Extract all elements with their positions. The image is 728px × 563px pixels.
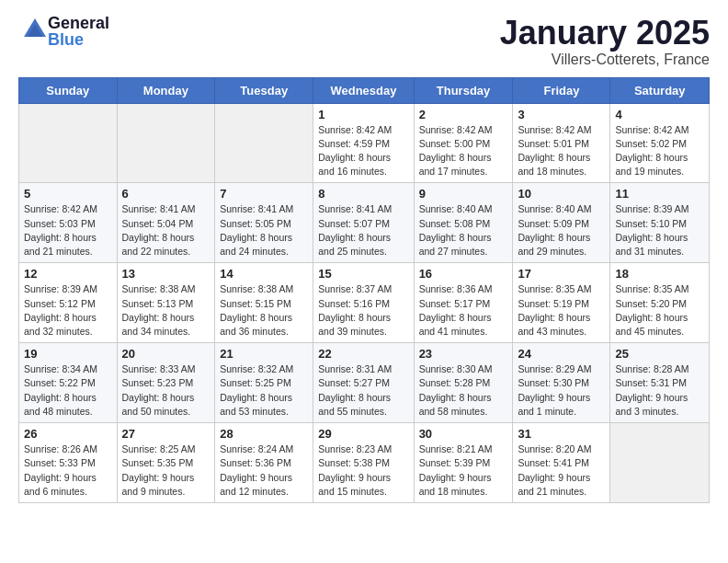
day-number: 28 xyxy=(220,427,308,441)
logo-icon xyxy=(22,17,48,42)
day-number: 19 xyxy=(24,347,112,361)
day-number: 26 xyxy=(24,427,112,441)
calendar-cell: 13Sunrise: 8:38 AMSunset: 5:13 PMDayligh… xyxy=(117,263,215,343)
calendar-week-row-3: 12Sunrise: 8:39 AMSunset: 5:12 PMDayligh… xyxy=(19,263,710,343)
calendar-cell: 15Sunrise: 8:37 AMSunset: 5:16 PMDayligh… xyxy=(313,263,414,343)
day-info: Sunrise: 8:41 AMSunset: 5:04 PMDaylight:… xyxy=(122,202,210,259)
day-info: Sunrise: 8:42 AMSunset: 4:59 PMDaylight:… xyxy=(318,123,408,179)
day-number: 1 xyxy=(318,108,408,121)
col-monday: Monday xyxy=(117,77,215,103)
day-info: Sunrise: 8:40 AMSunset: 5:09 PMDaylight:… xyxy=(518,202,605,259)
day-number: 25 xyxy=(615,347,704,361)
day-info: Sunrise: 8:29 AMSunset: 5:30 PMDaylight:… xyxy=(518,362,605,419)
col-wednesday: Wednesday xyxy=(313,77,414,103)
day-number: 22 xyxy=(318,347,408,361)
calendar-cell: 4Sunrise: 8:42 AMSunset: 5:02 PMDaylight… xyxy=(610,103,710,183)
day-info: Sunrise: 8:31 AMSunset: 5:27 PMDaylight:… xyxy=(318,362,408,419)
day-number: 4 xyxy=(615,108,704,121)
day-info: Sunrise: 8:42 AMSunset: 5:01 PMDaylight:… xyxy=(518,123,605,179)
day-number: 31 xyxy=(518,427,605,441)
calendar-cell: 14Sunrise: 8:38 AMSunset: 5:15 PMDayligh… xyxy=(215,263,313,343)
day-info: Sunrise: 8:38 AMSunset: 5:13 PMDaylight:… xyxy=(122,282,210,339)
day-info: Sunrise: 8:32 AMSunset: 5:25 PMDaylight:… xyxy=(220,362,308,419)
logo: General Blue xyxy=(18,15,109,48)
day-info: Sunrise: 8:26 AMSunset: 5:33 PMDaylight:… xyxy=(24,442,112,499)
calendar-cell xyxy=(610,423,710,503)
day-number: 7 xyxy=(220,187,308,201)
day-number: 14 xyxy=(220,267,308,281)
day-number: 30 xyxy=(419,427,508,441)
day-number: 6 xyxy=(122,187,210,201)
calendar-cell: 20Sunrise: 8:33 AMSunset: 5:23 PMDayligh… xyxy=(117,343,215,423)
calendar-cell: 6Sunrise: 8:41 AMSunset: 5:04 PMDaylight… xyxy=(117,183,215,263)
day-info: Sunrise: 8:35 AMSunset: 5:20 PMDaylight:… xyxy=(615,282,704,339)
col-friday: Friday xyxy=(513,77,610,103)
day-info: Sunrise: 8:38 AMSunset: 5:15 PMDaylight:… xyxy=(220,282,308,339)
calendar-header-row: Sunday Monday Tuesday Wednesday Thursday… xyxy=(19,77,710,103)
day-info: Sunrise: 8:41 AMSunset: 5:05 PMDaylight:… xyxy=(220,202,308,259)
day-info: Sunrise: 8:35 AMSunset: 5:19 PMDaylight:… xyxy=(518,282,605,339)
day-info: Sunrise: 8:42 AMSunset: 5:00 PMDaylight:… xyxy=(419,123,508,179)
calendar-cell: 8Sunrise: 8:41 AMSunset: 5:07 PMDaylight… xyxy=(313,183,414,263)
logo-general-text: General xyxy=(48,15,109,31)
calendar-week-row-1: 1Sunrise: 8:42 AMSunset: 4:59 PMDaylight… xyxy=(19,103,710,183)
calendar-cell: 21Sunrise: 8:32 AMSunset: 5:25 PMDayligh… xyxy=(215,343,313,423)
day-number: 29 xyxy=(318,427,408,441)
calendar-cell: 24Sunrise: 8:29 AMSunset: 5:30 PMDayligh… xyxy=(513,343,610,423)
day-info: Sunrise: 8:34 AMSunset: 5:22 PMDaylight:… xyxy=(24,362,112,419)
day-number: 16 xyxy=(419,267,508,281)
day-info: Sunrise: 8:36 AMSunset: 5:17 PMDaylight:… xyxy=(419,282,508,339)
day-number: 23 xyxy=(419,347,508,361)
day-info: Sunrise: 8:39 AMSunset: 5:10 PMDaylight:… xyxy=(615,202,704,259)
calendar-cell: 16Sunrise: 8:36 AMSunset: 5:17 PMDayligh… xyxy=(414,263,513,343)
calendar-cell: 12Sunrise: 8:39 AMSunset: 5:12 PMDayligh… xyxy=(19,263,118,343)
calendar-cell: 7Sunrise: 8:41 AMSunset: 5:05 PMDaylight… xyxy=(215,183,313,263)
calendar-cell: 26Sunrise: 8:26 AMSunset: 5:33 PMDayligh… xyxy=(19,423,118,503)
col-saturday: Saturday xyxy=(610,77,710,103)
calendar-cell: 1Sunrise: 8:42 AMSunset: 4:59 PMDaylight… xyxy=(313,103,414,183)
calendar-week-row-5: 26Sunrise: 8:26 AMSunset: 5:33 PMDayligh… xyxy=(19,423,710,503)
day-info: Sunrise: 8:37 AMSunset: 5:16 PMDaylight:… xyxy=(318,282,408,339)
day-number: 11 xyxy=(615,187,704,201)
day-number: 5 xyxy=(24,187,112,201)
day-info: Sunrise: 8:25 AMSunset: 5:35 PMDaylight:… xyxy=(122,442,210,499)
calendar-cell: 5Sunrise: 8:42 AMSunset: 5:03 PMDaylight… xyxy=(19,183,118,263)
calendar-cell: 28Sunrise: 8:24 AMSunset: 5:36 PMDayligh… xyxy=(215,423,313,503)
calendar-cell xyxy=(117,103,215,183)
day-info: Sunrise: 8:33 AMSunset: 5:23 PMDaylight:… xyxy=(122,362,210,419)
day-number: 10 xyxy=(518,187,605,201)
title-section: January 2025 Villers-Cotterets, France xyxy=(500,15,710,68)
col-tuesday: Tuesday xyxy=(215,77,313,103)
month-title: January 2025 xyxy=(500,15,710,52)
day-info: Sunrise: 8:20 AMSunset: 5:41 PMDaylight:… xyxy=(518,442,605,499)
col-sunday: Sunday xyxy=(19,77,118,103)
calendar-cell: 10Sunrise: 8:40 AMSunset: 5:09 PMDayligh… xyxy=(513,183,610,263)
day-info: Sunrise: 8:40 AMSunset: 5:08 PMDaylight:… xyxy=(419,202,508,259)
logo-blue-text: Blue xyxy=(48,31,109,48)
calendar-cell: 27Sunrise: 8:25 AMSunset: 5:35 PMDayligh… xyxy=(117,423,215,503)
day-number: 8 xyxy=(318,187,408,201)
calendar-cell: 3Sunrise: 8:42 AMSunset: 5:01 PMDaylight… xyxy=(513,103,610,183)
location-text: Villers-Cotterets, France xyxy=(500,52,710,68)
day-info: Sunrise: 8:23 AMSunset: 5:38 PMDaylight:… xyxy=(318,442,408,499)
day-number: 9 xyxy=(419,187,508,201)
calendar-week-row-4: 19Sunrise: 8:34 AMSunset: 5:22 PMDayligh… xyxy=(19,343,710,423)
day-number: 15 xyxy=(318,267,408,281)
day-number: 2 xyxy=(419,108,508,121)
day-info: Sunrise: 8:24 AMSunset: 5:36 PMDaylight:… xyxy=(220,442,308,499)
logo-text: General Blue xyxy=(48,15,109,48)
day-number: 12 xyxy=(24,267,112,281)
day-number: 3 xyxy=(518,108,605,121)
calendar-week-row-2: 5Sunrise: 8:42 AMSunset: 5:03 PMDaylight… xyxy=(19,183,710,263)
day-info: Sunrise: 8:42 AMSunset: 5:02 PMDaylight:… xyxy=(615,123,704,179)
day-info: Sunrise: 8:41 AMSunset: 5:07 PMDaylight:… xyxy=(318,202,408,259)
calendar-cell: 11Sunrise: 8:39 AMSunset: 5:10 PMDayligh… xyxy=(610,183,710,263)
day-number: 17 xyxy=(518,267,605,281)
calendar-cell: 29Sunrise: 8:23 AMSunset: 5:38 PMDayligh… xyxy=(313,423,414,503)
day-number: 13 xyxy=(122,267,210,281)
day-number: 27 xyxy=(122,427,210,441)
header: General Blue January 2025 Villers-Cotter… xyxy=(18,15,710,68)
day-number: 20 xyxy=(122,347,210,361)
day-info: Sunrise: 8:28 AMSunset: 5:31 PMDaylight:… xyxy=(615,362,704,419)
calendar-cell: 31Sunrise: 8:20 AMSunset: 5:41 PMDayligh… xyxy=(513,423,610,503)
